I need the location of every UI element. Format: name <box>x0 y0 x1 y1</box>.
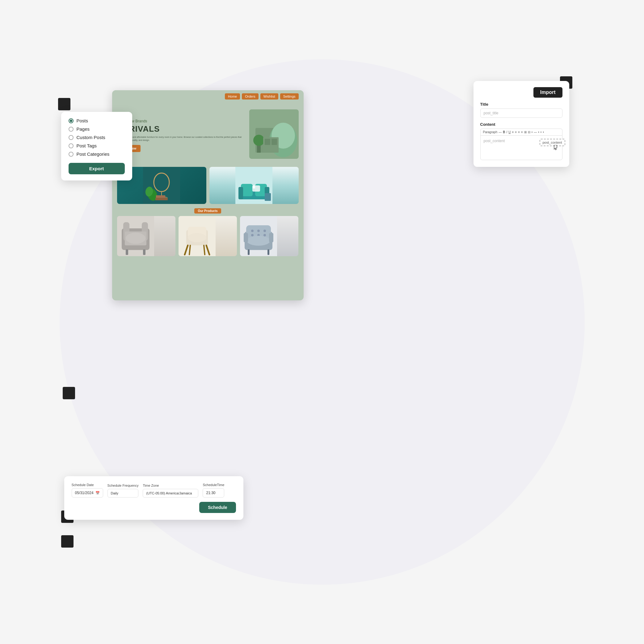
toolbar-bold[interactable]: B <box>503 130 505 134</box>
corner-decoration-br <box>63 387 75 399</box>
schedule-time-label: ScheduleTime <box>203 483 224 487</box>
svg-rect-54 <box>267 249 269 255</box>
toolbar-align4[interactable]: ≡ <box>521 130 523 134</box>
product-card-sofa <box>209 167 299 204</box>
site-hero: All New Brands ARRIVALS Discover stylish… <box>112 103 304 164</box>
toolbar-sep3: • <box>538 130 539 134</box>
nav-settings[interactable]: Settings <box>280 93 299 99</box>
toolbar-sep2: • <box>532 130 533 134</box>
import-button[interactable]: Import <box>533 87 562 98</box>
radio-post-tags-label: Post Tags <box>77 143 97 148</box>
svg-point-36 <box>188 233 206 242</box>
radio-post-tags[interactable]: Post Tags <box>69 143 125 148</box>
radio-posts[interactable]: Posts <box>69 118 125 123</box>
schedule-button[interactable]: Schedule <box>199 502 236 513</box>
radio-post-categories-label: Post Categories <box>77 151 110 157</box>
schedule-date-label: Schedule Date <box>72 483 103 487</box>
title-input[interactable]: post_title <box>480 108 562 118</box>
cursor-icon <box>553 145 559 151</box>
sofa-image <box>209 167 299 204</box>
schedule-date-input[interactable]: 05/31/2024 📅 <box>72 488 103 498</box>
toolbar-align2[interactable]: ≡ <box>515 130 517 134</box>
hero-chair-svg <box>249 109 299 159</box>
svg-point-45 <box>257 229 260 232</box>
schedule-time-input[interactable]: 21:30 <box>203 488 224 498</box>
toolbar-underline[interactable]: U <box>508 130 511 134</box>
schedule-timezone-field: Time Zone (UTC-05:00) America/Jamaica <box>143 484 198 498</box>
svg-rect-51 <box>244 233 248 242</box>
schedule-fields: Schedule Date 05/31/2024 📅 Schedule Freq… <box>72 483 236 498</box>
nav-home[interactable]: Home <box>225 93 240 99</box>
hero-chair-image <box>249 109 299 159</box>
site-products: Our Products <box>112 164 304 261</box>
cream-chair-image <box>179 216 237 256</box>
radio-custom-posts[interactable]: Custom Posts <box>69 135 125 140</box>
tooltip-text: post_content <box>543 141 562 144</box>
blue-chair-svg <box>240 216 277 256</box>
schedule-time-value: 21:30 <box>206 491 215 495</box>
import-panel: Import Title post_title Content Paragrap… <box>474 81 569 167</box>
nav-wishlist[interactable]: Wishlist <box>260 93 278 99</box>
schedule-frequency-field: Schedule Frequency Daily Weekly Monthly <box>107 484 139 498</box>
radio-post-tags-circle <box>69 143 74 148</box>
radio-posts-label: Posts <box>77 118 88 123</box>
calendar-icon: 📅 <box>95 491 100 495</box>
export-panel: Posts Pages Custom Posts Post Tags Post … <box>61 112 132 180</box>
site-nav: Home Orders Wishlist Settings <box>112 90 304 103</box>
content-placeholder: post_content <box>484 139 505 143</box>
schedule-timezone-label: Time Zone <box>143 484 198 487</box>
radio-post-categories-circle <box>69 152 74 157</box>
schedule-panel: Schedule Date 05/31/2024 📅 Schedule Freq… <box>64 476 243 520</box>
hero-description: Discover stylish and affordable furnitur… <box>117 136 244 142</box>
toolbar-link[interactable]: — <box>534 130 537 134</box>
toolbar-sep4: • <box>541 130 542 134</box>
our-products-badge: Our Products <box>194 208 221 213</box>
svg-rect-53 <box>248 249 250 255</box>
lamp-svg <box>143 167 180 204</box>
schedule-frequency-select[interactable]: Daily Weekly Monthly <box>107 489 139 498</box>
product-row-1 <box>117 167 299 204</box>
toolbar-italic[interactable]: I <box>506 130 507 134</box>
radio-pages[interactable]: Pages <box>69 126 125 132</box>
schedule-date-value: 05/31/2024 <box>75 491 94 495</box>
toolbar-image[interactable]: ⊟ <box>528 130 530 134</box>
svg-rect-23 <box>252 185 260 191</box>
blue-chair-image <box>240 216 298 256</box>
svg-rect-16 <box>156 195 165 198</box>
toolbar-align3[interactable]: ≡ <box>518 130 520 134</box>
bottom-chairs-row <box>117 216 299 256</box>
svg-point-50 <box>247 236 270 246</box>
title-placeholder: post_title <box>484 111 499 115</box>
svg-rect-21 <box>238 187 243 199</box>
schedule-frequency-label: Schedule Frequency <box>107 484 139 487</box>
gray-chair-image <box>117 216 175 256</box>
sofa-svg <box>235 167 272 204</box>
content-area[interactable]: post_content post_content <box>480 135 562 160</box>
svg-point-30 <box>126 233 145 244</box>
schedule-timezone-select[interactable]: (UTC-05:00) America/Jamaica <box>143 489 198 498</box>
radio-post-categories[interactable]: Post Categories <box>69 151 125 157</box>
scene: Posts Pages Custom Posts Post Tags Post … <box>44 44 600 600</box>
export-button[interactable]: Export <box>69 163 125 174</box>
title-label: Title <box>480 102 562 107</box>
toolbar-align1[interactable]: ≡ <box>512 130 514 134</box>
svg-rect-31 <box>126 249 128 255</box>
chair-card-gray <box>117 216 175 256</box>
chair-card-blue <box>240 216 298 256</box>
toolbar-table[interactable]: ⊞ <box>524 130 527 134</box>
svg-point-44 <box>251 229 254 232</box>
toolbar-paragraph[interactable]: Paragraph <box>483 130 498 134</box>
chair-card-cream <box>179 216 237 256</box>
gray-chair-svg <box>117 216 154 256</box>
svg-rect-52 <box>269 233 273 242</box>
svg-rect-32 <box>143 249 145 255</box>
svg-point-47 <box>251 234 254 236</box>
cursor-svg <box>553 145 559 152</box>
nav-orders[interactable]: Orders <box>242 93 259 99</box>
content-toolbar: Paragraph — B I U ≡ ≡ ≡ ≡ ⊞ ⊟ • — • • • <box>480 128 562 135</box>
svg-rect-15 <box>155 198 168 200</box>
hero-arrivals: ARRIVALS <box>117 124 244 134</box>
schedule-date-field: Schedule Date 05/31/2024 📅 <box>72 483 103 498</box>
schedule-time-field: ScheduleTime 21:30 <box>203 483 224 498</box>
radio-posts-circle <box>69 118 74 123</box>
